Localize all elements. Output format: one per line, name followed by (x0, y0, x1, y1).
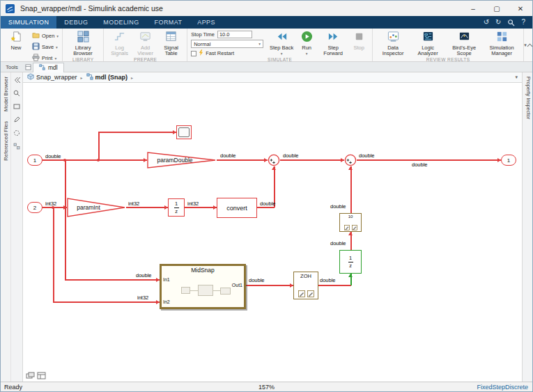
convert-block[interactable]: convert (217, 198, 257, 218)
data-inspector-button[interactable]: Data Inspector (376, 31, 410, 57)
search-icon[interactable] (507, 19, 515, 26)
add-viewer-button[interactable]: Add Viewer (133, 31, 157, 57)
data-inspector-label: Data Inspector (376, 45, 410, 57)
signal-label: int32 (128, 201, 139, 207)
minimize-button[interactable]: – (461, 1, 485, 16)
tab-apps[interactable]: APPS (190, 16, 223, 29)
stop-button[interactable]: Stop (349, 31, 369, 51)
simulink-logo-icon (6, 4, 15, 13)
simulink-window: Snap_wrapper/mdl - Simulink academic use… (0, 0, 533, 392)
undo-icon[interactable]: ↺ (484, 19, 489, 26)
signal-line[interactable] (318, 285, 351, 286)
signal-line[interactable] (65, 279, 160, 281)
step-forward-button[interactable]: Step Forward (318, 31, 348, 57)
sum-block-1[interactable] (268, 154, 280, 166)
signal-line[interactable] (43, 159, 147, 161)
log-signals-button[interactable]: Log Signals (107, 31, 132, 57)
stop-label: Stop (353, 45, 364, 52)
property-inspector-tab[interactable]: Property Inspector (525, 77, 532, 119)
redo-icon[interactable]: ↻ (495, 19, 501, 26)
tab-format[interactable]: FORMAT (147, 16, 190, 29)
tab-simulation[interactable]: SIMULATION (1, 16, 56, 29)
hide-palette-icon[interactable] (13, 76, 22, 84)
signal-line[interactable] (126, 207, 168, 208)
new-button[interactable]: New (4, 31, 28, 51)
help-icon[interactable]: ? (521, 19, 525, 26)
unit-delay-block[interactable]: 1 z (168, 198, 185, 217)
annotation-icon[interactable] (13, 116, 22, 123)
signal-line[interactable] (246, 285, 293, 286)
overlay-badges-icon[interactable] (36, 371, 46, 379)
section-prepare: Log Signals Add Viewer Signal Table PREP… (104, 29, 187, 61)
subsystem-block-midsnap[interactable]: MidSnap In1 In2 Out1 (160, 264, 246, 309)
stop-time-input[interactable] (217, 31, 252, 38)
signal-line[interactable] (357, 159, 501, 161)
tab-modeling[interactable]: MODELING (95, 16, 146, 29)
sum-block-2[interactable] (344, 154, 357, 166)
tab-debug[interactable]: DEBUG (56, 16, 95, 29)
birds-eye-scope-button[interactable]: Bird's-Eye Scope (446, 31, 482, 57)
close-button[interactable]: ✕ (509, 1, 532, 16)
signal-line[interactable] (65, 160, 66, 279)
step-back-button[interactable]: Step Back ▾ (268, 31, 295, 56)
inport-1[interactable]: 1 (27, 155, 43, 166)
fit-view-icon[interactable] (13, 102, 22, 110)
section-simulate: Stop Time Normal ▾ Fast Restart (187, 29, 373, 61)
signal-line[interactable] (98, 132, 100, 160)
sample-time-legend-icon[interactable] (13, 142, 22, 150)
model-canvas[interactable]: double double double double double int32… (23, 83, 522, 382)
maximize-button[interactable]: ▢ (485, 1, 509, 16)
logic-analyzer-icon (422, 31, 434, 45)
rate-transition-block[interactable]: 10 (339, 213, 362, 232)
scope-screen (178, 127, 190, 137)
rate-transition-zoh-block[interactable]: ZOH (293, 272, 318, 299)
signal-table-button[interactable]: Signal Table (159, 31, 183, 57)
signal-line[interactable] (98, 132, 176, 133)
signal-label: double (330, 203, 346, 210)
library-browser-button[interactable]: Library Browser (66, 31, 100, 57)
document-tab-mdl[interactable]: mdl (33, 63, 64, 72)
gain-block-paramdouble[interactable]: paramDouble (147, 152, 217, 168)
outport-1[interactable]: 1 (501, 155, 516, 166)
open-button[interactable]: Open ▾ (32, 31, 59, 40)
logic-analyzer-button[interactable]: Logic Analyzer (411, 31, 445, 57)
collapse-toolstrip-button[interactable] (527, 29, 533, 61)
fast-restart-checkbox[interactable]: Fast Restart (191, 49, 263, 57)
signal-line[interactable] (185, 207, 217, 208)
signal-line[interactable] (257, 207, 275, 208)
run-icon (301, 31, 313, 45)
signal-line[interactable] (53, 207, 54, 301)
breadcrumb-item-current[interactable]: mdl (Snap) (86, 73, 128, 81)
simulation-manager-label: Simulation Manager (484, 45, 520, 57)
save-button[interactable]: Save ▾ (32, 42, 59, 52)
dropdown-arrow-icon: ▾ (56, 34, 59, 38)
gain-block-paramint[interactable]: paramInt (67, 198, 126, 217)
inport-2[interactable]: 2 (27, 202, 43, 213)
scope-block[interactable] (176, 125, 192, 139)
zoom-icon[interactable] (13, 89, 22, 97)
signal-line[interactable] (350, 166, 352, 213)
document-bar: Tools mdl (1, 62, 532, 72)
signal-line[interactable] (53, 301, 160, 303)
signal-line[interactable] (280, 159, 344, 161)
signal-line[interactable] (217, 159, 268, 161)
unit-delay-block-green[interactable]: 1 z (339, 250, 362, 274)
run-button[interactable]: Run ▾ (296, 31, 317, 56)
show-explorer-bar-icon[interactable] (25, 371, 35, 379)
solver-link[interactable]: FixedStepDiscrete (477, 384, 528, 391)
breadcrumb: Snap_wrapper ▸ mdl (Snap) ▸ ▾ (23, 72, 522, 83)
dropdown-arrow-icon: ▾ (54, 56, 56, 61)
tab-list-icon[interactable] (23, 64, 33, 70)
breadcrumb-separator-icon: ▸ (131, 75, 133, 80)
simulation-manager-button[interactable]: Simulation Manager (484, 31, 520, 57)
pan-icon[interactable] (13, 129, 22, 136)
breadcrumb-dropdown-icon[interactable]: ▾ (515, 75, 518, 80)
birds-eye-scope-label: Bird's-Eye Scope (446, 45, 482, 57)
simulation-mode-select[interactable]: Normal ▾ (191, 40, 263, 48)
delay-fraction: 1 z (174, 201, 179, 214)
chevron-up-icon (527, 43, 533, 47)
sample-time-icon (307, 290, 314, 297)
model-browser-tab[interactable]: Model Browser (3, 77, 9, 111)
referenced-files-tab[interactable]: Referenced Files (3, 121, 9, 161)
breadcrumb-item-root[interactable]: Snap_wrapper (27, 73, 77, 81)
